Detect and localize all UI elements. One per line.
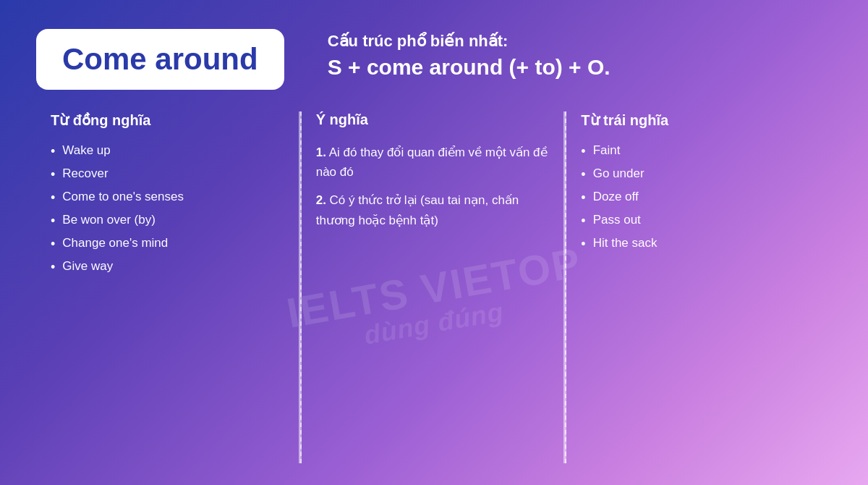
list-item: Go under (581, 166, 817, 182)
background: Come around Cấu trúc phổ biến nhất: S + … (0, 0, 868, 485)
antonyms-column: Từ trái nghĩa Faint Go under Doze off Pa… (566, 111, 832, 463)
structure-info: Cấu trúc phổ biến nhất: S + come around … (328, 29, 610, 80)
list-item: Give way (51, 259, 287, 275)
antonyms-title: Từ trái nghĩa (581, 111, 817, 129)
list-item: Come to one's senses (51, 190, 287, 206)
main-title: Come around (62, 42, 258, 76)
synonyms-title: Từ đồng nghĩa (51, 111, 287, 129)
meaning-column: Ý nghĩa 1. Ai đó thay đổi quan điểm về m… (302, 111, 567, 463)
list-item: Be won over (by) (51, 213, 287, 229)
structure-formula: S + come around (+ to) + O. (328, 55, 610, 80)
list-item: Pass out (581, 213, 817, 229)
meaning-item-1: 1. Ai đó thay đổi quan điểm về một vấn đ… (316, 143, 553, 182)
list-item: Faint (581, 143, 817, 159)
list-item: Recover (51, 166, 287, 182)
synonyms-list: Wake up Recover Come to one's senses Be … (51, 143, 287, 275)
meaning-item-2: 2. Có ý thức trở lại (sau tai nạn, chấn … (316, 190, 553, 229)
antonyms-list: Faint Go under Doze off Pass out Hit the… (581, 143, 817, 252)
content-section: IELTS VIETOP dùng đúng Từ đồng nghĩa Wak… (36, 111, 832, 463)
title-badge: Come around (36, 29, 284, 90)
list-item: Doze off (581, 190, 817, 206)
structure-label: Cấu trúc phổ biến nhất: (328, 32, 610, 51)
list-item: Change one's mind (51, 236, 287, 252)
list-item: Wake up (51, 143, 287, 159)
meaning-block: 1. Ai đó thay đổi quan điểm về một vấn đ… (316, 143, 553, 230)
meaning-title: Ý nghĩa (316, 111, 553, 128)
header-section: Come around Cấu trúc phổ biến nhất: S + … (36, 29, 832, 90)
synonyms-column: Từ đồng nghĩa Wake up Recover Come to on… (36, 111, 302, 463)
list-item: Hit the sack (581, 236, 817, 252)
